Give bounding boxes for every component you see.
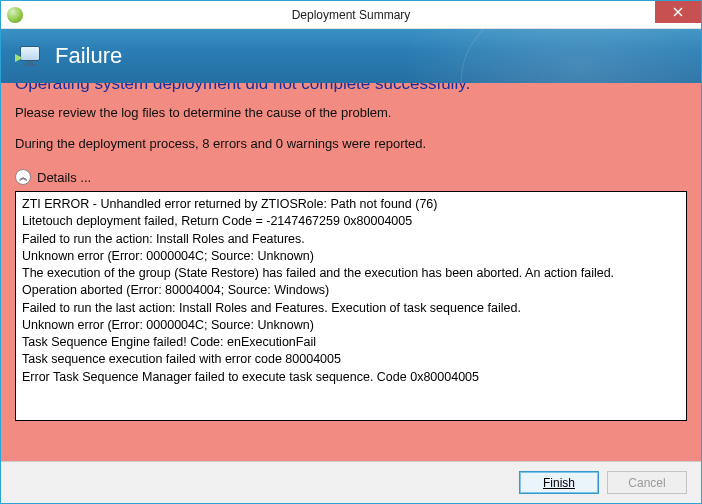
details-toggle-button[interactable]: ︽ — [15, 169, 31, 185]
chevron-up-icon: ︽ — [19, 173, 28, 182]
close-icon — [673, 7, 683, 17]
finish-button[interactable]: Finish — [519, 471, 599, 494]
log-line: Task sequence execution failed with erro… — [22, 351, 680, 368]
footer: Finish Cancel — [1, 461, 701, 503]
app-icon — [7, 7, 23, 23]
banner-decoration — [461, 29, 701, 83]
counts-message: During the deployment process, 8 errors … — [15, 136, 687, 151]
details-toggle-row: ︽ Details ... — [15, 169, 687, 185]
cancel-button: Cancel — [607, 471, 687, 494]
close-button[interactable] — [655, 1, 701, 23]
log-line: Task Sequence Engine failed! Code: enExe… — [22, 334, 680, 351]
log-line: Unknown error (Error: 0000004C; Source: … — [22, 317, 680, 334]
status-heading: Operating system deployment did not comp… — [15, 83, 687, 93]
log-line: Unknown error (Error: 0000004C; Source: … — [22, 248, 680, 265]
window-title: Deployment Summary — [1, 8, 701, 22]
banner-decoration — [401, 29, 701, 83]
review-message: Please review the log files to determine… — [15, 105, 687, 120]
titlebar: Deployment Summary — [1, 1, 701, 29]
deployment-icon — [15, 44, 43, 68]
content-panel: Operating system deployment did not comp… — [1, 83, 701, 461]
details-label: Details ... — [37, 170, 91, 185]
log-line: Failed to run the action: Install Roles … — [22, 231, 680, 248]
cancel-button-label: Cancel — [628, 476, 665, 490]
log-line: Error Task Sequence Manager failed to ex… — [22, 369, 680, 386]
banner: Failure — [1, 29, 701, 83]
error-log-box[interactable]: ZTI ERROR - Unhandled error returned by … — [15, 191, 687, 421]
log-line: Operation aborted (Error: 80004004; Sour… — [22, 282, 680, 299]
log-line: Litetouch deployment failed, Return Code… — [22, 213, 680, 230]
log-line: ZTI ERROR - Unhandled error returned by … — [22, 196, 680, 213]
log-line: Failed to run the last action: Install R… — [22, 300, 680, 317]
finish-button-label: Finish — [543, 476, 575, 490]
deployment-summary-window: Deployment Summary Failure Operating sys… — [0, 0, 702, 504]
banner-title: Failure — [55, 43, 122, 69]
log-line: The execution of the group (State Restor… — [22, 265, 680, 282]
